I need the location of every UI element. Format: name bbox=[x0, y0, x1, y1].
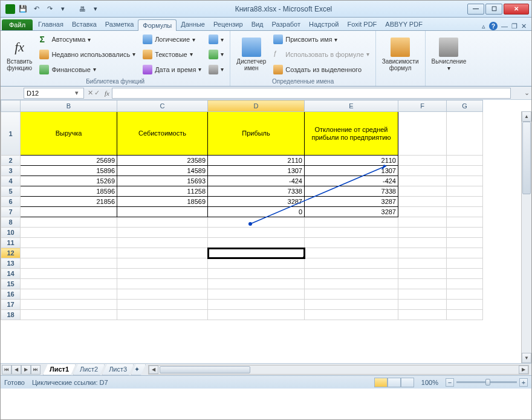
select-all-corner[interactable] bbox=[1, 100, 21, 112]
sheet-tab[interactable]: Лист3 bbox=[102, 364, 134, 375]
cell[interactable] bbox=[117, 228, 208, 238]
cell[interactable] bbox=[398, 279, 447, 289]
close-button[interactable]: ✕ bbox=[504, 4, 529, 15]
create-from-selection-button[interactable]: Создать из выделенного bbox=[271, 64, 372, 76]
vscroll-thumb[interactable] bbox=[522, 122, 531, 194]
lookup-button[interactable]: ▾ bbox=[206, 33, 226, 45]
save-icon[interactable]: 💾 bbox=[18, 4, 28, 15]
row-header[interactable]: 18 bbox=[1, 310, 21, 320]
cell[interactable] bbox=[398, 217, 447, 228]
cell[interactable] bbox=[447, 258, 483, 269]
doc-minimize-icon[interactable]: — bbox=[501, 22, 508, 30]
zoom-out-button[interactable]: − bbox=[446, 378, 454, 387]
tab-разметка[interactable]: Разметка bbox=[101, 19, 138, 30]
cell[interactable]: 3287 bbox=[208, 197, 305, 207]
cell[interactable] bbox=[208, 269, 305, 279]
cell[interactable]: 7338 bbox=[305, 186, 398, 197]
header-cell[interactable]: Себистоимость bbox=[117, 112, 208, 156]
sheet-tab[interactable]: Лист1 bbox=[43, 364, 76, 375]
cell[interactable] bbox=[305, 248, 398, 258]
cell[interactable] bbox=[447, 166, 483, 176]
row-header[interactable]: 17 bbox=[1, 300, 21, 310]
row-header[interactable]: 14 bbox=[1, 269, 21, 279]
text-button[interactable]: Текстовые ▾ bbox=[140, 48, 204, 61]
cell[interactable] bbox=[398, 156, 447, 166]
page-break-view-button[interactable] bbox=[401, 378, 414, 387]
scroll-left-button[interactable]: ◀ bbox=[149, 366, 158, 374]
cell[interactable] bbox=[117, 269, 208, 279]
cell[interactable]: 21856 bbox=[21, 197, 117, 207]
zoom-in-button[interactable]: + bbox=[519, 378, 528, 387]
cell[interactable] bbox=[208, 238, 305, 248]
cell[interactable] bbox=[398, 166, 447, 176]
undo-icon[interactable]: ↶ bbox=[31, 4, 42, 15]
cell[interactable] bbox=[21, 258, 117, 269]
name-manager-button[interactable]: Диспетчеримен bbox=[234, 32, 268, 77]
cell[interactable] bbox=[21, 279, 117, 289]
cell[interactable] bbox=[21, 228, 117, 238]
row-header[interactable]: 8 bbox=[1, 217, 21, 228]
cell[interactable] bbox=[305, 258, 398, 269]
cell[interactable] bbox=[447, 238, 483, 248]
cell[interactable] bbox=[117, 310, 208, 320]
header-cell[interactable]: Выручка bbox=[21, 112, 117, 156]
col-header[interactable]: G bbox=[447, 100, 483, 112]
zoom-level[interactable]: 100% bbox=[421, 379, 438, 386]
calculation-button[interactable]: Вычисление▾ bbox=[429, 32, 469, 77]
cell[interactable] bbox=[117, 279, 208, 289]
cell[interactable] bbox=[447, 248, 483, 258]
ribbon-minimize-icon[interactable]: ▵ bbox=[482, 22, 485, 30]
cell[interactable] bbox=[447, 207, 483, 217]
cell[interactable]: 18569 bbox=[117, 197, 208, 207]
cell[interactable] bbox=[447, 176, 483, 186]
print-icon[interactable]: 🖶 bbox=[77, 4, 88, 15]
row-header[interactable]: 5 bbox=[1, 186, 21, 197]
cell[interactable]: 14589 bbox=[117, 166, 208, 176]
row-header[interactable]: 11 bbox=[1, 238, 21, 248]
sheet-nav-last[interactable]: ⏭ bbox=[31, 365, 41, 375]
formula-bar-expand-icon[interactable]: ⌄ bbox=[522, 89, 531, 97]
name-box-dropdown-icon[interactable]: ▾ bbox=[73, 89, 81, 97]
cell[interactable] bbox=[398, 176, 447, 186]
app-icon[interactable] bbox=[5, 4, 15, 14]
doc-restore-icon[interactable]: ❐ bbox=[511, 22, 517, 30]
cell[interactable] bbox=[21, 310, 117, 320]
cell[interactable]: 15896 bbox=[21, 166, 117, 176]
help-icon[interactable]: ? bbox=[489, 22, 498, 30]
tab-разработ[interactable]: Разработ bbox=[268, 19, 305, 30]
cell[interactable] bbox=[447, 156, 483, 166]
cell[interactable] bbox=[305, 228, 398, 238]
cell[interactable]: 1307 bbox=[208, 166, 305, 176]
cell[interactable]: 2110 bbox=[305, 156, 398, 166]
cell[interactable] bbox=[21, 207, 117, 217]
cell[interactable]: -424 bbox=[208, 176, 305, 186]
cell[interactable]: 11258 bbox=[117, 186, 208, 197]
sheet-nav-prev[interactable]: ◀ bbox=[11, 365, 21, 375]
row-header[interactable]: 2 bbox=[1, 156, 21, 166]
use-in-formula-button[interactable]: ƒИспользовать в формуле ▾ bbox=[271, 48, 372, 61]
normal-view-button[interactable] bbox=[374, 378, 388, 387]
cell[interactable] bbox=[208, 300, 305, 310]
cell[interactable] bbox=[398, 310, 447, 320]
cell[interactable] bbox=[208, 228, 305, 238]
sheet-tab[interactable]: Лист2 bbox=[73, 364, 105, 375]
tab-надстрой[interactable]: Надстрой bbox=[305, 19, 343, 30]
row-header[interactable]: 1 bbox=[1, 112, 21, 156]
cell[interactable]: 3287 bbox=[305, 197, 398, 207]
cell[interactable] bbox=[305, 217, 398, 228]
cell[interactable] bbox=[447, 228, 483, 238]
cell[interactable] bbox=[21, 248, 117, 258]
row-header[interactable]: 3 bbox=[1, 166, 21, 176]
tab-формулы[interactable]: Формулы bbox=[138, 19, 177, 31]
row-header[interactable]: 13 bbox=[1, 258, 21, 269]
cell[interactable] bbox=[447, 112, 483, 156]
col-header[interactable]: C bbox=[117, 100, 208, 112]
autosum-button[interactable]: ΣАвтосумма ▾ bbox=[37, 33, 138, 45]
cell[interactable] bbox=[117, 258, 208, 269]
row-header[interactable]: 12 bbox=[1, 248, 21, 258]
cell[interactable]: -424 bbox=[305, 176, 398, 186]
row-header[interactable]: 16 bbox=[1, 289, 21, 300]
row-header[interactable]: 6 bbox=[1, 197, 21, 207]
cell[interactable] bbox=[398, 112, 447, 156]
cell[interactable]: 7338 bbox=[208, 186, 305, 197]
